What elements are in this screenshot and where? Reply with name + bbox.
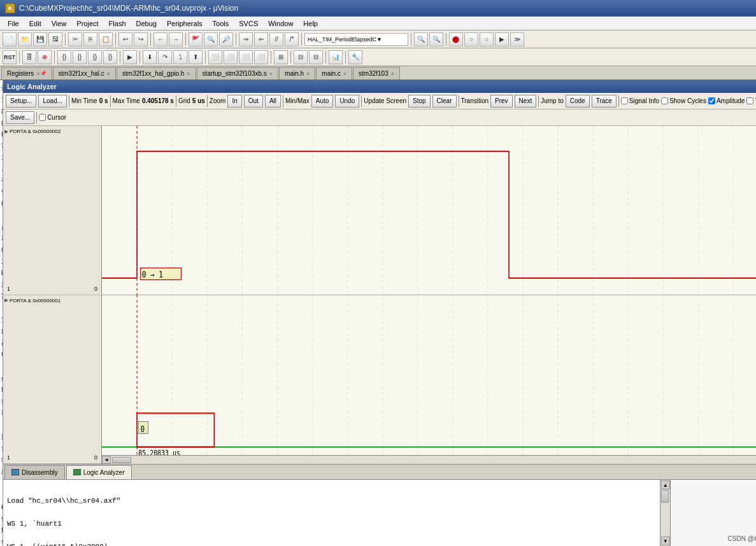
amplitude-checkbox[interactable]	[708, 97, 715, 104]
tab-mainh-close[interactable]: ×	[306, 71, 310, 77]
la-stop-btn[interactable]: Stop	[408, 95, 431, 108]
tab-mainc-close[interactable]: ×	[343, 71, 346, 77]
output-scroll-thumb[interactable]	[661, 490, 669, 503]
la-btn[interactable]: 📊	[329, 50, 343, 64]
copy-btn[interactable]: ⎘	[83, 32, 97, 46]
tab-stm-close[interactable]: ×	[391, 71, 394, 77]
output-scrollbar[interactable]: ▲ ▼	[660, 480, 670, 546]
menu-edit[interactable]: Edit	[24, 18, 46, 29]
tab-startup[interactable]: startup_stm32f103xb.s ×	[197, 67, 278, 80]
menu-svcs[interactable]: SVCS	[234, 18, 263, 29]
circle-empty-btn[interactable]: ○	[464, 32, 478, 46]
expand-icon-2[interactable]	[4, 298, 8, 302]
la-auto-btn[interactable]: Auto	[311, 95, 334, 108]
menu-window[interactable]: Window	[263, 18, 298, 29]
la-code-btn[interactable]: Code	[566, 95, 590, 108]
la-undo-btn[interactable]: Undo	[335, 95, 359, 108]
mem-btn[interactable]: 🗄	[22, 50, 36, 64]
rst-btn[interactable]: RST	[3, 50, 17, 64]
fwd-btn[interactable]: →	[169, 32, 183, 46]
tab-gpio[interactable]: stm32f1xx_hal_gpio.h ×	[117, 67, 196, 80]
output-scroll-up[interactable]: ▲	[661, 480, 670, 489]
open-btn[interactable]: 📁	[18, 32, 32, 46]
la-save-btn[interactable]: Save...	[6, 111, 34, 124]
la-next-btn[interactable]: Next	[515, 95, 537, 108]
circle2-btn[interactable]: ○	[480, 32, 494, 46]
indent-btn[interactable]: ⇒	[239, 32, 253, 46]
menu-help[interactable]: Help	[298, 18, 323, 29]
menu-flash[interactable]: Flash	[104, 18, 131, 29]
run-btn[interactable]: ▶	[123, 50, 137, 64]
la-zoom-all-btn[interactable]: All	[265, 95, 281, 108]
la-clear-btn[interactable]: Clear	[432, 95, 457, 108]
view2-btn[interactable]: ⊟	[309, 50, 323, 64]
bookmark-btn[interactable]: 🚩	[189, 32, 203, 46]
undo-btn[interactable]: ↩	[118, 32, 132, 46]
comment-btn[interactable]: //	[269, 32, 283, 46]
output-scroll-down[interactable]: ▼	[661, 536, 670, 545]
menu-debug[interactable]: Debug	[131, 18, 162, 29]
la-setup-btn[interactable]: Setup...	[6, 95, 36, 108]
cpu-btn[interactable]: ⬜	[239, 50, 253, 64]
tab-startup-close[interactable]: ×	[269, 71, 273, 77]
la-amplitude-check[interactable]: Amplitude	[708, 97, 745, 104]
braces4-btn[interactable]: {}	[103, 50, 117, 64]
la-load-btn[interactable]: Load...	[38, 95, 67, 108]
settings-btn[interactable]: 🔧	[348, 50, 362, 64]
cpu2-btn[interactable]: ⬜	[254, 50, 268, 64]
stepout-btn[interactable]: ⬆	[189, 50, 203, 64]
tab-disassembly[interactable]: Disassembly	[4, 465, 65, 479]
zoom-btn[interactable]: 🔍	[429, 32, 443, 46]
save-all-btn[interactable]: 🖫	[48, 32, 62, 46]
la-prev-btn[interactable]: Prev	[490, 95, 513, 108]
scroll-left-btn[interactable]: ◄	[102, 456, 111, 464]
tab-mainc[interactable]: main.c ×	[316, 67, 352, 80]
outdent-btn[interactable]: ⇐	[254, 32, 268, 46]
menu-project[interactable]: Project	[71, 18, 103, 29]
menu-view[interactable]: View	[46, 18, 72, 29]
back-btn[interactable]: ←	[153, 32, 168, 46]
new-file-btn[interactable]: 📄	[3, 32, 17, 46]
circle-red-btn[interactable]: ⬤	[449, 32, 463, 46]
tab-hal-close[interactable]: ×	[107, 71, 110, 77]
scroll-thumb[interactable]	[112, 457, 131, 463]
periph2-btn[interactable]: ⬜	[224, 50, 238, 64]
timestamps-checkbox[interactable]	[746, 97, 753, 104]
la-trace-btn[interactable]: Trace	[592, 95, 617, 108]
paste-btn[interactable]: 📋	[99, 32, 113, 46]
braces3-btn[interactable]: {}	[88, 50, 102, 64]
tab-mainh[interactable]: main.h ×	[279, 67, 315, 80]
more-btn[interactable]: ≫	[510, 32, 524, 46]
arrow-btn[interactable]: ▶	[495, 32, 509, 46]
menu-tools[interactable]: Tools	[208, 18, 234, 29]
cursor-checkbox[interactable]	[39, 114, 46, 121]
uncomment-btn[interactable]: /*	[285, 32, 299, 46]
find2-btn[interactable]: 🔎	[219, 32, 233, 46]
tab-gpio-close[interactable]: ×	[187, 71, 190, 77]
tab-stm[interactable]: stm32f103 ×	[353, 67, 400, 80]
step2-btn[interactable]: ↷	[158, 50, 172, 64]
grid-btn[interactable]: ⊞	[274, 50, 288, 64]
la-zoom-in-btn[interactable]: In	[227, 95, 241, 108]
tab-registers[interactable]: Registers × 📌	[1, 67, 52, 80]
la-cursor-check[interactable]: Cursor	[39, 114, 66, 121]
siginfo-checkbox[interactable]	[621, 97, 628, 104]
tab-logic-analyzer[interactable]: Logic Analyzer	[66, 465, 132, 479]
periph-btn[interactable]: ⬜	[208, 50, 222, 64]
menu-peripherals[interactable]: Peripherals	[162, 18, 208, 29]
showcycles-checkbox[interactable]	[661, 97, 668, 104]
search2-btn[interactable]: 🔍	[414, 32, 428, 46]
braces2-btn[interactable]: {}	[73, 50, 87, 64]
la-showcycles-check[interactable]: Show Cycles	[661, 97, 706, 104]
tab-hal[interactable]: stm32f1xx_hal.c ×	[53, 67, 117, 80]
step3-btn[interactable]: ⤵	[173, 50, 187, 64]
expand-icon-1[interactable]	[4, 130, 8, 134]
menu-file[interactable]: File	[3, 18, 24, 29]
braces1-btn[interactable]: {}	[57, 50, 71, 64]
step-btn[interactable]: ⬇	[143, 50, 157, 64]
la-timestamps-check[interactable]: Timestamps Era	[746, 97, 756, 104]
tab-registers-pin[interactable]: 📌	[40, 71, 46, 76]
save-btn[interactable]: 💾	[33, 32, 47, 46]
cut-btn[interactable]: ✂	[68, 32, 82, 46]
h-scrollbar[interactable]: ◄	[102, 455, 756, 464]
